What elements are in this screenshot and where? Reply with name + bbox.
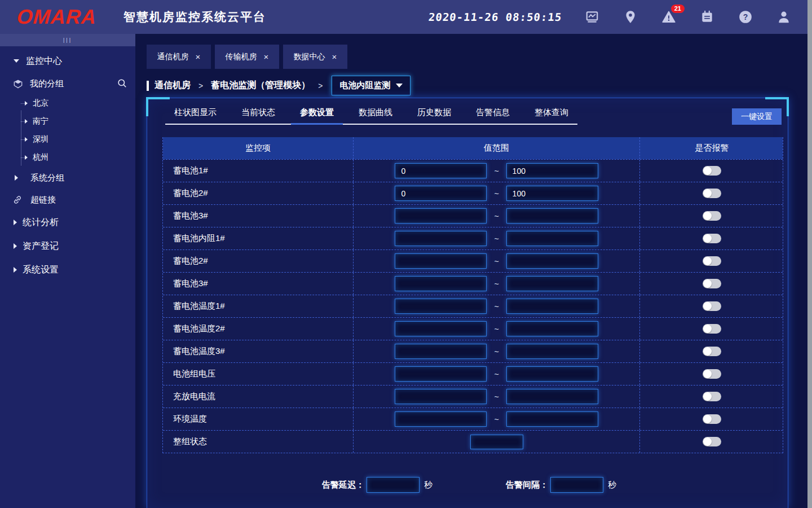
monitor-item-label: 蓄电池2# — [173, 188, 208, 199]
min-value-input[interactable] — [395, 344, 487, 359]
max-value-input[interactable] — [506, 366, 598, 382]
min-value-input[interactable] — [395, 299, 487, 314]
row-name-cell: 蓄电池2# — [163, 182, 354, 204]
panel-tab[interactable]: 当前状态 — [232, 107, 284, 125]
module-dropdown[interactable]: 电池内阻监测 — [332, 76, 411, 95]
panel-corner-accent — [146, 97, 170, 116]
sidebar-item[interactable]: 系统设置 — [0, 258, 135, 282]
max-value-input[interactable] — [506, 344, 598, 359]
sidebar-collapse-handle[interactable]: ||| — [0, 34, 135, 46]
row-alarm-cell — [640, 295, 784, 317]
scrollbar[interactable] — [807, 0, 812, 508]
search-icon[interactable] — [117, 78, 127, 90]
alarm-toggle[interactable] — [703, 256, 721, 266]
min-value-input[interactable] — [395, 411, 487, 427]
alarm-toggle[interactable] — [703, 301, 721, 311]
sidebar-item[interactable]: 我的分组 — [0, 73, 135, 94]
max-value-input[interactable] — [506, 411, 598, 427]
toggle-knob — [703, 167, 712, 175]
max-value-input[interactable] — [506, 389, 598, 404]
alarm-toggle[interactable] — [703, 166, 721, 176]
alarm-interval-input[interactable] — [550, 477, 603, 493]
alarm-icon[interactable]: 21 — [661, 9, 677, 25]
max-value-input[interactable] — [506, 276, 598, 291]
main-content: 通信机房 × 传输机房 × 数据中心 × 通信机房 > 蓄电池监测（管理模块） … — [135, 34, 807, 508]
row-range-cell: ~ — [354, 273, 640, 295]
min-value-input[interactable] — [395, 389, 487, 404]
alarm-delay-input[interactable] — [367, 477, 420, 493]
sidebar-item[interactable]: 超链接 — [0, 189, 135, 211]
close-icon[interactable]: × — [332, 52, 337, 62]
monitor-item-label: 蓄电池温度3# — [173, 346, 225, 357]
alarm-toggle[interactable] — [703, 392, 721, 401]
close-icon[interactable]: × — [196, 52, 201, 62]
max-value-input[interactable] — [506, 253, 598, 269]
breadcrumb-root[interactable]: 通信机房 — [155, 80, 191, 91]
help-icon[interactable]: ? — [738, 9, 753, 25]
alarm-toggle[interactable] — [703, 211, 721, 221]
workspace-tab[interactable]: 数据中心 × — [283, 45, 347, 69]
alarm-toggle[interactable] — [703, 279, 721, 288]
schedule-icon[interactable] — [699, 9, 715, 25]
sidebar-item[interactable]: 北京 — [0, 94, 135, 112]
row-alarm-cell — [640, 431, 784, 453]
min-value-input[interactable] — [395, 163, 487, 178]
row-alarm-cell — [640, 227, 784, 249]
table-row: 充放电电流 ~ — [163, 385, 783, 408]
max-value-input[interactable] — [506, 208, 598, 224]
location-icon[interactable] — [623, 9, 638, 25]
table-row: 整组状态 ~ — [163, 430, 783, 453]
max-value-input[interactable] — [506, 231, 598, 246]
sidebar-item[interactable]: 杭州 — [0, 148, 135, 167]
tree-connector — [21, 139, 25, 140]
panel-tab[interactable]: 柱状图显示 — [165, 107, 226, 125]
alarm-toggle[interactable] — [703, 234, 721, 243]
alarm-settings-row: 告警延迟： 秒 告警间隔： 秒 — [147, 477, 788, 493]
max-value-input[interactable] — [506, 299, 598, 314]
sidebar-item[interactable]: 监控中心 — [0, 49, 135, 73]
close-icon[interactable]: × — [264, 52, 269, 62]
workspace-tab[interactable]: 传输机房 × — [215, 45, 279, 69]
row-range-cell: ~ — [354, 318, 640, 340]
monitor-item-label: 蓄电池1# — [173, 165, 208, 176]
alarm-toggle[interactable] — [703, 369, 721, 379]
alarm-interval-group: 告警间隔： 秒 — [506, 477, 616, 493]
alarm-toggle[interactable] — [703, 324, 721, 334]
monitor-chart-icon[interactable] — [584, 9, 600, 25]
sidebar-item[interactable]: 资产登记 — [0, 234, 135, 258]
sidebar-item[interactable]: 深圳 — [0, 130, 135, 148]
min-value-input[interactable] — [395, 366, 487, 382]
min-value-input[interactable] — [395, 276, 487, 291]
range-group: ~ — [395, 186, 598, 201]
sidebar-item[interactable]: 统计分析 — [0, 211, 135, 234]
panel-tab[interactable]: 参数设置 — [291, 107, 343, 125]
panel-tab[interactable]: 告警信息 — [467, 107, 519, 125]
user-icon[interactable] — [776, 9, 792, 25]
max-value-input[interactable] — [506, 321, 598, 336]
row-range-cell: ~ — [354, 431, 640, 453]
caret-right-icon — [14, 220, 17, 225]
min-value-input[interactable] — [395, 321, 487, 336]
min-value-input[interactable] — [395, 253, 487, 269]
min-value-input[interactable] — [395, 208, 487, 224]
panel-tab[interactable]: 数据曲线 — [350, 107, 401, 125]
alarm-toggle[interactable] — [703, 189, 721, 198]
min-value-input[interactable] — [395, 186, 487, 201]
status-value-input[interactable] — [470, 435, 523, 449]
min-value-input[interactable] — [395, 231, 487, 246]
row-name-cell: 蓄电池3# — [163, 273, 354, 295]
caret-right-icon — [25, 101, 28, 106]
alarm-toggle[interactable] — [703, 347, 721, 356]
sidebar-item-label: 我的分组 — [30, 78, 64, 89]
workspace-tab[interactable]: 通信机房 × — [147, 45, 211, 69]
panel-tab[interactable]: 整体查询 — [526, 107, 577, 125]
sidebar-item[interactable]: 南宁 — [0, 112, 135, 130]
max-value-input[interactable] — [506, 186, 598, 201]
alarm-toggle[interactable] — [703, 414, 721, 424]
max-value-input[interactable] — [506, 163, 598, 178]
row-range-cell: ~ — [354, 227, 640, 249]
sidebar-item[interactable]: 系统分组 — [0, 167, 135, 189]
alarm-toggle[interactable] — [703, 437, 721, 446]
panel-tab[interactable]: 历史数据 — [408, 107, 460, 125]
breadcrumb-section[interactable]: 蓄电池监测（管理模块） — [211, 80, 310, 91]
